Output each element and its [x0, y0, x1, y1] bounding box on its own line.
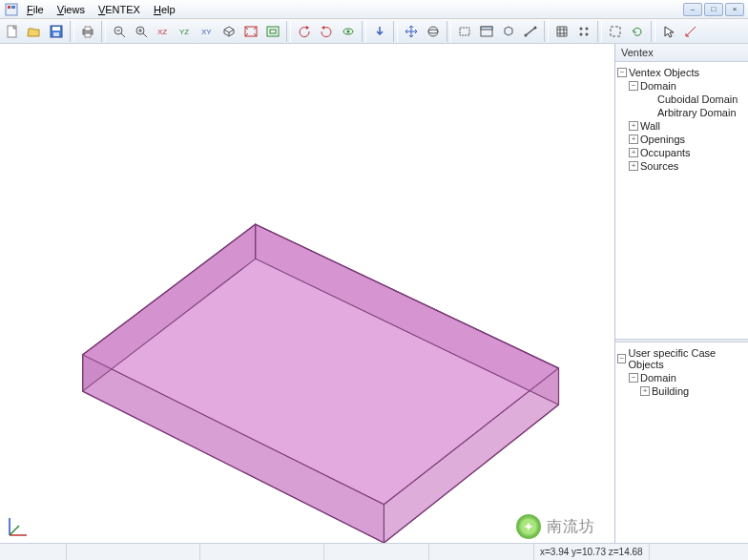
grid-icon[interactable] — [551, 21, 572, 42]
tree-case-root[interactable]: User specific Case Objects — [628, 347, 746, 370]
close-button[interactable]: × — [725, 3, 744, 16]
rotate-3d-icon[interactable] — [423, 21, 444, 42]
select-face-icon[interactable] — [498, 21, 519, 42]
svg-rect-2 — [11, 6, 15, 9]
case-objects-tree[interactable]: −User specific Case Objects −Domain +Bui… — [615, 342, 748, 543]
status-seg — [200, 544, 324, 560]
toolbar-sep — [101, 21, 106, 42]
collapse-icon[interactable]: − — [629, 373, 638, 383]
toolbar: XZ YZ XY — [0, 19, 748, 44]
svg-rect-1 — [8, 6, 10, 9]
status-seg — [67, 544, 200, 560]
print-icon[interactable] — [77, 21, 98, 42]
svg-rect-9 — [85, 33, 91, 37]
svg-point-25 — [428, 27, 438, 36]
select-rect-icon[interactable] — [454, 21, 475, 42]
viewport-3d[interactable]: ✦ 南流坊 — [0, 44, 614, 543]
svg-point-33 — [580, 27, 583, 30]
svg-line-14 — [143, 33, 147, 37]
menu-ventex[interactable]: VENTEX — [93, 2, 146, 17]
view-xz-icon[interactable]: XZ — [153, 21, 174, 42]
open-icon[interactable] — [24, 21, 45, 42]
toolbar-sep — [362, 21, 366, 42]
tree-occupants[interactable]: Occupants — [640, 147, 691, 158]
magnify-minus-icon[interactable] — [109, 21, 130, 42]
expand-icon[interactable]: + — [629, 121, 638, 131]
view-xy-icon[interactable]: XY — [197, 21, 218, 42]
tree-sources[interactable]: Sources — [640, 160, 678, 172]
svg-rect-0 — [6, 4, 17, 15]
window-controls: – □ × — [683, 3, 744, 16]
tree-cuboidal[interactable]: Cuboidal Domain — [657, 93, 738, 105]
expand-icon[interactable]: + — [629, 148, 638, 157]
svg-rect-29 — [481, 27, 492, 30]
toolbar-sep — [447, 21, 451, 42]
tree-arbitrary[interactable]: Arbitrary Domain — [657, 107, 737, 118]
snap-icon[interactable] — [573, 21, 594, 42]
status-coords: x=3.94 y=10.73 z=14.68 — [534, 544, 650, 560]
tree-domain[interactable]: Domain — [640, 80, 676, 92]
svg-point-32 — [534, 26, 537, 29]
svg-point-34 — [586, 27, 589, 30]
rotate-right-icon[interactable] — [316, 21, 337, 42]
watermark: ✦ 南流坊 — [516, 514, 595, 539]
toolbar-sep — [651, 21, 655, 42]
minimize-button[interactable]: – — [683, 3, 702, 16]
magnify-plus-icon[interactable] — [131, 21, 152, 42]
refresh-icon[interactable] — [627, 21, 648, 42]
measure-icon[interactable] — [680, 21, 701, 42]
svg-line-38 — [686, 27, 696, 36]
svg-text:XZ: XZ — [157, 28, 167, 36]
status-seg — [429, 544, 534, 560]
fit-view-icon[interactable] — [240, 21, 261, 42]
svg-point-26 — [428, 30, 438, 33]
new-icon[interactable] — [2, 21, 23, 42]
move-icon[interactable] — [401, 21, 422, 42]
svg-text:XY: XY — [201, 28, 212, 36]
cuboid-domain-shape — [0, 44, 614, 543]
svg-rect-22 — [270, 30, 276, 33]
tree-case-domain[interactable]: Domain — [640, 372, 676, 384]
svg-text:YZ: YZ — [179, 28, 189, 36]
svg-rect-27 — [460, 28, 469, 35]
orbit-icon[interactable] — [338, 21, 359, 42]
status-seg — [0, 544, 67, 560]
save-icon[interactable] — [46, 21, 67, 42]
object-tree[interactable]: −Ventex Objects −Domain Cuboidal Domain … — [615, 62, 748, 339]
toolbar-sep — [70, 21, 74, 42]
app-icon — [4, 2, 19, 17]
status-seg — [324, 544, 429, 560]
rotate-left-icon[interactable] — [294, 21, 315, 42]
tree-building[interactable]: Building — [652, 385, 689, 397]
svg-point-35 — [580, 32, 583, 35]
svg-point-31 — [525, 33, 528, 36]
svg-line-11 — [121, 33, 125, 37]
svg-rect-8 — [85, 27, 91, 31]
svg-line-30 — [526, 28, 535, 35]
expand-icon[interactable]: + — [629, 135, 638, 144]
select-window-icon[interactable] — [476, 21, 497, 42]
collapse-icon[interactable]: − — [617, 68, 627, 77]
pointer-icon[interactable] — [658, 21, 679, 42]
svg-rect-21 — [267, 27, 279, 36]
expand-icon[interactable]: + — [640, 386, 650, 396]
expand-icon[interactable]: + — [629, 161, 638, 171]
menu-help[interactable]: Help — [148, 2, 181, 17]
status-seg — [650, 544, 748, 560]
watermark-icon: ✦ — [516, 514, 541, 539]
maximize-button[interactable]: □ — [704, 3, 723, 16]
menu-file[interactable]: File — [21, 2, 50, 17]
tree-openings[interactable]: Openings — [640, 134, 685, 145]
tree-wall[interactable]: Wall — [640, 120, 660, 132]
tree-root[interactable]: Ventex Objects — [629, 67, 699, 78]
menubar: File Views VENTEX Help – □ × — [0, 0, 748, 19]
menu-views[interactable]: Views — [52, 2, 91, 17]
down-arrow-icon[interactable] — [369, 21, 390, 42]
crop-icon[interactable] — [605, 21, 626, 42]
view-iso-icon[interactable] — [218, 21, 239, 42]
zoom-window-icon[interactable] — [262, 21, 283, 42]
collapse-icon[interactable]: − — [629, 81, 638, 91]
select-edge-icon[interactable] — [520, 21, 541, 42]
collapse-icon[interactable]: − — [617, 354, 626, 363]
view-yz-icon[interactable]: YZ — [175, 21, 196, 42]
